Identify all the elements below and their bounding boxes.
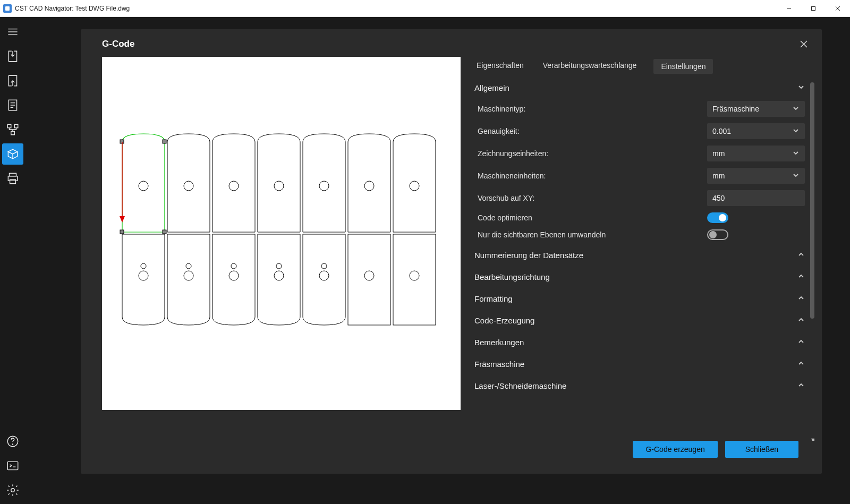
input-feed-xy[interactable]: 450 xyxy=(707,190,805,206)
tab-settings[interactable]: Einstellungen xyxy=(653,59,713,74)
help-icon[interactable] xyxy=(2,431,23,452)
svg-point-42 xyxy=(229,271,239,280)
svg-point-46 xyxy=(319,271,329,280)
chevron-down-icon xyxy=(797,83,805,92)
svg-point-37 xyxy=(141,263,146,269)
tab-queue[interactable]: Verarbeitungswarteschlange xyxy=(541,59,639,74)
svg-point-31 xyxy=(184,181,193,191)
section-remarks[interactable]: Bemerkungen xyxy=(474,330,805,352)
document-icon[interactable] xyxy=(2,95,23,116)
dialog-close-button[interactable] xyxy=(797,38,810,50)
label-feed-xy: Vorschub auf XY: xyxy=(474,194,707,202)
svg-point-36 xyxy=(410,181,419,191)
export-icon[interactable] xyxy=(2,70,23,91)
hamburger-icon[interactable] xyxy=(2,21,23,42)
svg-point-44 xyxy=(274,271,284,280)
svg-rect-14 xyxy=(11,131,15,135)
main-stage: G-Code xyxy=(26,17,850,504)
tab-bar: Eigenschaften Verarbeitungswarteschlange… xyxy=(474,57,814,74)
print-icon[interactable] xyxy=(2,168,23,189)
svg-rect-17 xyxy=(10,180,16,184)
label-visible-only: Nur die sichtbaren Ebenen umwandeln xyxy=(474,230,707,239)
section-numbering[interactable]: Nummerierung der Datensätze xyxy=(474,243,805,265)
settings-icon[interactable] xyxy=(2,480,23,501)
select-drawing-units[interactable]: mm xyxy=(707,146,805,161)
gcode-icon[interactable] xyxy=(2,143,23,165)
section-codegen[interactable]: Code-Erzeugung xyxy=(474,309,805,330)
scroll-down-icon[interactable]: ▾ xyxy=(811,435,814,441)
chevron-up-icon xyxy=(797,251,805,260)
svg-point-30 xyxy=(139,181,148,191)
titlebar: CST CAD Navigator: Test DWG File.dwg xyxy=(0,0,850,17)
select-machine-units[interactable]: mm xyxy=(707,168,805,184)
chevron-up-icon xyxy=(797,360,805,369)
svg-rect-27 xyxy=(120,230,124,234)
app-body: G-Code xyxy=(0,17,850,504)
maximize-button[interactable] xyxy=(801,0,826,17)
svg-point-35 xyxy=(364,181,374,191)
svg-rect-49 xyxy=(393,234,436,325)
svg-point-34 xyxy=(319,181,329,191)
svg-rect-47 xyxy=(348,234,390,325)
svg-rect-0 xyxy=(5,6,10,11)
toggle-optimize[interactable] xyxy=(707,212,728,223)
settings-scroll: Allgemein Maschinentyp: Fräsmaschine xyxy=(474,80,814,441)
svg-point-39 xyxy=(186,263,191,269)
section-laser[interactable]: Laser-/Schneidemaschine xyxy=(474,374,805,396)
chevron-up-icon xyxy=(797,316,805,325)
svg-point-45 xyxy=(321,263,327,269)
dialog-title: G-Code xyxy=(102,39,797,49)
scrollbar[interactable]: ▾ xyxy=(810,80,814,441)
scroll-thumb[interactable] xyxy=(810,82,814,319)
side-rail xyxy=(0,17,26,504)
svg-rect-26 xyxy=(163,140,166,143)
select-machine-type[interactable]: Fräsmaschine xyxy=(707,101,805,117)
chevron-down-icon xyxy=(792,127,800,136)
chevron-down-icon xyxy=(792,105,800,114)
close-button[interactable]: Schließen xyxy=(725,441,798,458)
import-icon[interactable] xyxy=(2,46,23,67)
svg-rect-13 xyxy=(14,124,18,128)
svg-rect-15 xyxy=(10,173,16,176)
close-window-button[interactable] xyxy=(826,0,850,17)
svg-point-32 xyxy=(229,181,239,191)
tree-icon[interactable] xyxy=(2,119,23,140)
svg-rect-2 xyxy=(812,6,815,10)
svg-point-40 xyxy=(184,271,193,280)
svg-point-43 xyxy=(276,263,282,269)
chevron-up-icon xyxy=(797,294,805,303)
chevron-up-icon xyxy=(797,381,805,390)
label-machine-units: Maschineneinheiten: xyxy=(474,172,707,180)
chevron-down-icon xyxy=(792,172,800,181)
app-icon xyxy=(3,4,12,13)
toggle-visible-only[interactable] xyxy=(707,229,728,240)
dialog-footer: G-Code erzeugen Schließen xyxy=(474,441,814,467)
chevron-up-icon xyxy=(797,338,805,347)
generate-button[interactable]: G-Code erzeugen xyxy=(633,441,717,458)
svg-point-50 xyxy=(410,271,419,280)
section-formatting[interactable]: Formatting xyxy=(474,287,805,309)
svg-point-41 xyxy=(231,263,236,269)
label-drawing-units: Zeichnungseinheiten: xyxy=(474,149,707,158)
chevron-up-icon xyxy=(797,272,805,281)
window-title: CST CAD Navigator: Test DWG File.dwg xyxy=(15,5,777,12)
label-precision: Genauigkeit: xyxy=(474,127,707,135)
svg-rect-12 xyxy=(7,124,11,128)
gcode-dialog: G-Code xyxy=(81,29,822,474)
drawing-preview[interactable] xyxy=(102,57,461,410)
section-milling[interactable]: Fräsmaschine xyxy=(474,352,805,374)
svg-point-19 xyxy=(12,444,13,445)
svg-rect-28 xyxy=(163,230,166,234)
label-machine-type: Maschinentyp: xyxy=(474,105,707,113)
select-precision[interactable]: 0.001 xyxy=(707,123,805,139)
section-general[interactable]: Allgemein xyxy=(474,80,805,98)
chevron-down-icon xyxy=(792,149,800,158)
label-optimize: Code optimieren xyxy=(474,213,707,222)
console-icon[interactable] xyxy=(2,455,23,476)
section-direction[interactable]: Bearbeitungsrichtung xyxy=(474,265,805,287)
tab-properties[interactable]: Eigenschaften xyxy=(474,59,526,74)
svg-point-33 xyxy=(274,181,284,191)
minimize-button[interactable] xyxy=(777,0,801,17)
svg-point-38 xyxy=(139,271,148,280)
settings-panel: Eigenschaften Verarbeitungswarteschlange… xyxy=(461,57,822,467)
